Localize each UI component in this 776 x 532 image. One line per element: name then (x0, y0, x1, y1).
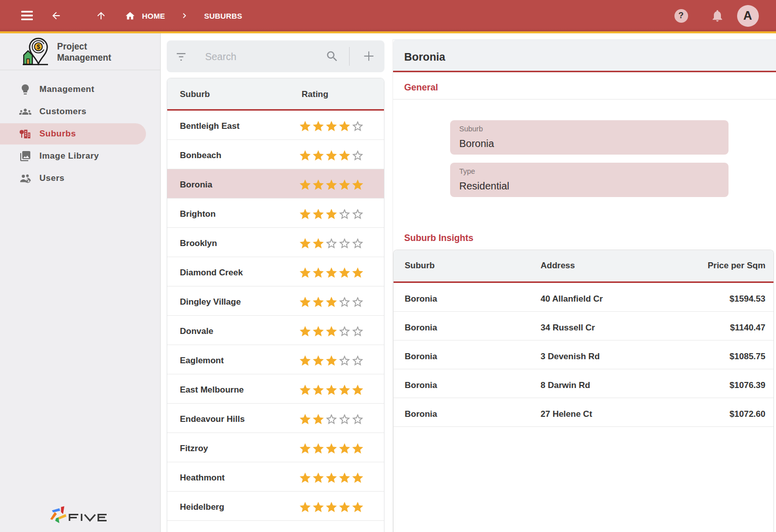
svg-text:$: $ (37, 43, 40, 51)
